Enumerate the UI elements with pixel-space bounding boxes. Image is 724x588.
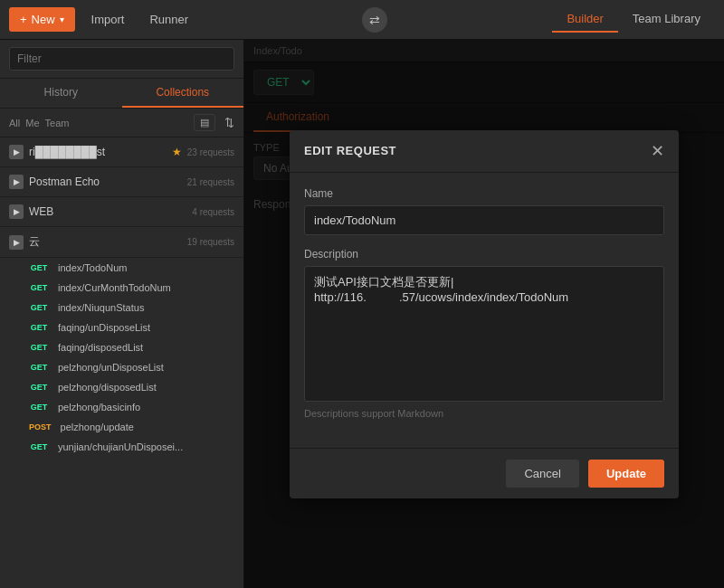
request-item-9[interactable]: GET yunjian/chujianUnDisposei...: [0, 437, 243, 457]
collection-icon-2: ▶: [9, 204, 24, 219]
request-item-1[interactable]: GET index/CurMonthTodoNum: [0, 278, 243, 298]
topbar-tabs: Builder Team Library: [552, 6, 715, 33]
collection-meta-2: 4 requests: [192, 207, 234, 217]
sort-icon[interactable]: ⇅: [224, 116, 234, 129]
modal-title: EDIT REQUEST: [304, 144, 396, 157]
modal-body: Name Description 测试API接口文档是否更新| http://1…: [290, 173, 679, 448]
modal-footer: Cancel Update: [290, 448, 679, 498]
description-label: Description: [304, 248, 664, 261]
request-name-6: pelzhong/disposedList: [58, 382, 157, 393]
collection-header-0[interactable]: ▶ ri████████st ★ 23 requests: [0, 138, 243, 166]
plus-icon: +: [20, 13, 27, 26]
markdown-hint: Descriptions support Markdown: [304, 408, 664, 419]
request-item-4[interactable]: GET faqing/disposedList: [0, 337, 243, 357]
collection-name-2: WEB: [29, 205, 186, 218]
request-name-5: pelzhong/unDisposeList: [58, 362, 164, 373]
modal-header: EDIT REQUEST ✕: [290, 130, 679, 173]
collection-meta-0: 23 requests: [187, 147, 234, 157]
tab-team-library[interactable]: Team Library: [618, 6, 715, 33]
main-layout: History Collections All Me Team ▤ ⇅ ▶ ri…: [0, 40, 724, 588]
star-icon-0[interactable]: ★: [172, 146, 182, 158]
request-item-3[interactable]: GET faqing/unDisposeList: [0, 318, 243, 337]
collection-icon-1: ▶: [9, 175, 24, 189]
new-label: New: [32, 13, 55, 26]
collection-header-3[interactable]: ▶ 云 19 requests: [0, 227, 243, 257]
modal-overlay: EDIT REQUEST ✕ Name Description 测试API接口文…: [244, 40, 724, 588]
method-badge-0: GET: [25, 262, 52, 273]
collection-header-2[interactable]: ▶ WEB 4 requests: [0, 197, 243, 226]
method-badge-6: GET: [25, 382, 52, 393]
request-name-3: faqing/unDisposeList: [58, 322, 150, 333]
collection-name-3: 云: [29, 234, 182, 250]
request-item-5[interactable]: GET pelzhong/unDisposeList: [0, 357, 243, 377]
content-area: Index/Todo GET Authorization TYPE No Aut…: [244, 40, 724, 588]
sidebar: History Collections All Me Team ▤ ⇅ ▶ ri…: [0, 40, 244, 588]
sidebar-content: ▶ ri████████st ★ 23 requests ▶ Postman E…: [0, 138, 243, 588]
sidebar-toolbar: All Me Team ▤ ⇅: [0, 109, 243, 138]
sync-icon[interactable]: ⇄: [362, 7, 387, 33]
cancel-button[interactable]: Cancel: [506, 460, 578, 488]
new-button[interactable]: + New ▾: [9, 7, 75, 32]
name-input[interactable]: [304, 205, 664, 235]
method-badge-7: GET: [25, 402, 52, 413]
modal-close-button[interactable]: ✕: [651, 143, 664, 159]
collection-name-1: Postman Echo: [29, 175, 182, 188]
collection-header-1[interactable]: ▶ Postman Echo 21 requests: [0, 167, 243, 196]
request-name-4: faqing/disposedList: [58, 342, 143, 353]
sidebar-search-container: [0, 40, 243, 79]
request-item-7[interactable]: GET pelzhong/basicinfo: [0, 397, 243, 417]
filter-input[interactable]: [9, 47, 234, 71]
request-name-8: pelzhong/update: [61, 422, 134, 432]
caret-icon: ▾: [60, 14, 64, 24]
collection-item-0: ▶ ri████████st ★ 23 requests: [0, 138, 243, 167]
update-button[interactable]: Update: [588, 460, 664, 488]
name-label: Name: [304, 187, 664, 200]
tab-builder[interactable]: Builder: [552, 6, 617, 33]
request-item-6[interactable]: GET pelzhong/disposedList: [0, 377, 243, 397]
method-badge-2: GET: [25, 302, 52, 313]
collection-icon-3: ▶: [9, 235, 24, 250]
collection-icon-0: ▶: [9, 145, 24, 159]
collection-meta-1: 21 requests: [187, 177, 234, 187]
collection-item-1: ▶ Postman Echo 21 requests: [0, 167, 243, 197]
request-name-9: yunjian/chujianUnDisposei...: [58, 441, 183, 452]
tab-collections[interactable]: Collections: [122, 79, 244, 108]
import-button[interactable]: Import: [82, 7, 134, 32]
method-badge-8: POST: [25, 422, 55, 432]
collection-item-2: ▶ WEB 4 requests: [0, 197, 243, 227]
method-badge-3: GET: [25, 322, 52, 333]
all-label[interactable]: All: [9, 118, 20, 128]
team-label[interactable]: Team: [45, 118, 70, 128]
method-badge-9: GET: [25, 441, 52, 452]
request-item-2[interactable]: GET index/NiuqunStatus: [0, 298, 243, 318]
request-name-2: index/NiuqunStatus: [58, 302, 144, 313]
method-badge-5: GET: [25, 362, 52, 373]
tab-history[interactable]: History: [0, 79, 122, 108]
request-name-0: index/TodoNum: [58, 262, 127, 273]
request-name-7: pelzhong/basicinfo: [58, 402, 140, 413]
collection-name-0: ri████████st: [29, 146, 163, 158]
me-label[interactable]: Me: [25, 118, 39, 128]
sidebar-tabs: History Collections: [0, 79, 243, 109]
topbar: + New ▾ Import Runner ⇄ Builder Team Lib…: [0, 0, 724, 40]
collection-item-3: ▶ 云 19 requests: [0, 227, 243, 258]
method-badge-4: GET: [25, 342, 52, 353]
description-textarea[interactable]: 测试API接口文档是否更新| http://116. .57/ucows/ind…: [304, 266, 664, 402]
request-item-0[interactable]: GET index/TodoNum: [0, 258, 243, 278]
method-badge-1: GET: [25, 282, 52, 293]
edit-request-modal: EDIT REQUEST ✕ Name Description 测试API接口文…: [290, 130, 679, 498]
collection-meta-3: 19 requests: [187, 237, 234, 247]
request-item-8[interactable]: POST pelzhong/update: [0, 417, 243, 437]
request-name-1: index/CurMonthTodoNum: [58, 282, 171, 293]
runner-button[interactable]: Runner: [140, 7, 197, 32]
new-folder-button[interactable]: ▤: [194, 114, 215, 131]
